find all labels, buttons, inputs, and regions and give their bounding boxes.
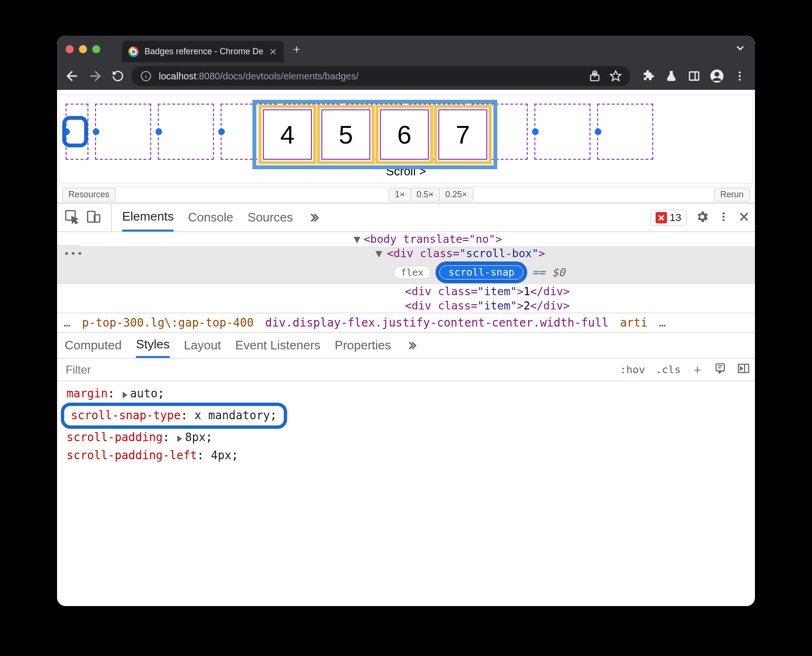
- extensions-icon[interactable]: [639, 67, 658, 86]
- hov-toggle[interactable]: :hov: [620, 364, 645, 376]
- crumb-item[interactable]: p-top-300.lg\:gap-top-400: [82, 316, 253, 329]
- tab-sources[interactable]: Sources: [248, 203, 293, 232]
- css-declaration-highlighted[interactable]: scroll-snap-type: x mandatory;: [61, 403, 755, 429]
- toolbar-right: [639, 67, 749, 86]
- snap-target: 6: [376, 105, 433, 164]
- scroll-snap-type-ring: scroll-snap-type: x mandatory;: [61, 403, 287, 429]
- share-icon[interactable]: [589, 70, 601, 82]
- zoom-level[interactable]: 0.25×: [439, 188, 474, 202]
- dom-node[interactable]: <div class="item">1</div>: [57, 284, 755, 299]
- back-button[interactable]: [63, 67, 82, 86]
- css-rules-pane[interactable]: margin: auto; scroll-snap-type: x mandat…: [57, 381, 755, 464]
- css-declaration[interactable]: scroll-padding: 8px;: [67, 429, 755, 446]
- devtools: Elements Console Sources 13: [57, 203, 755, 464]
- tab-console[interactable]: Console: [188, 203, 233, 232]
- svg-point-5: [739, 71, 741, 73]
- filter-row: :hov .cls ＋: [57, 358, 755, 381]
- filter-input[interactable]: [62, 363, 620, 376]
- subtab-styles[interactable]: Styles: [136, 333, 170, 358]
- snap-dot-icon: [218, 128, 225, 135]
- bookmark-star-icon[interactable]: [609, 70, 622, 82]
- zoom-level[interactable]: 1×: [389, 188, 411, 202]
- cls-toggle[interactable]: .cls: [656, 364, 681, 376]
- tabs-overflow-icon[interactable]: [734, 42, 746, 56]
- subtab-properties[interactable]: Properties: [335, 333, 391, 358]
- close-devtools-icon[interactable]: [738, 211, 750, 225]
- crumb-more-right[interactable]: …: [659, 316, 666, 329]
- info-icon: [140, 70, 152, 82]
- error-count-badge[interactable]: 13: [650, 210, 686, 226]
- scroll-item: [158, 104, 214, 160]
- browser-window: Badges reference - Chrome De ✕ ＋ localho…: [57, 36, 755, 606]
- reload-button[interactable]: [108, 67, 127, 86]
- devtools-header-right: 13: [650, 210, 750, 226]
- scroll-snap-badge[interactable]: scroll-snap: [440, 266, 523, 279]
- subtabs-more-icon[interactable]: [406, 333, 417, 358]
- dom-ellipsis[interactable]: •••: [57, 245, 80, 262]
- svg-rect-2: [689, 72, 699, 80]
- svg-rect-15: [738, 364, 749, 372]
- filter-right: :hov .cls ＋: [620, 361, 750, 378]
- scroll-demo: 4 5 6 7 Scroll >: [59, 95, 753, 183]
- toggle-sidebar-icon[interactable]: [737, 362, 750, 377]
- resources-button[interactable]: Resources: [62, 188, 116, 202]
- subtab-computed[interactable]: Computed: [65, 333, 122, 358]
- dom-node[interactable]: ▼ <body translate="no">: [57, 232, 755, 246]
- labs-icon[interactable]: [662, 67, 681, 86]
- dom-node[interactable]: <div class="item">2</div>: [57, 299, 755, 313]
- dom-tree[interactable]: ▼ <body translate="no"> ▼ <div class="sc…: [57, 232, 755, 313]
- panel-icon[interactable]: [685, 67, 704, 86]
- devtools-header: Elements Console Sources 13: [57, 203, 755, 232]
- breadcrumb[interactable]: … p-top-300.lg\:gap-top-400 div.display-…: [57, 313, 755, 333]
- devtools-tabs: Elements Console Sources: [122, 203, 319, 232]
- dom-badges-row: flex scroll-snap == $0: [57, 260, 755, 284]
- forward-button[interactable]: [86, 67, 105, 86]
- tab-elements[interactable]: Elements: [122, 203, 174, 232]
- browser-tab[interactable]: Badges reference - Chrome De ✕: [122, 41, 284, 62]
- subtab-layout[interactable]: Layout: [184, 333, 221, 358]
- crumb-more-left[interactable]: …: [64, 316, 70, 329]
- address-bar[interactable]: localhost:8080/docs/devtools/elements/ba…: [131, 66, 630, 86]
- settings-gear-icon[interactable]: [695, 210, 709, 226]
- new-tab-button[interactable]: ＋: [289, 41, 305, 57]
- inspect-element-icon[interactable]: [64, 209, 80, 227]
- css-declaration[interactable]: scroll-padding-left: 4px;: [67, 447, 755, 464]
- tab-title: Badges reference - Chrome De: [145, 47, 263, 57]
- demo-footer-bar: Resources 1× 0.5× 0.25× Rerun: [59, 186, 753, 203]
- close-tab-icon[interactable]: ✕: [269, 46, 277, 58]
- snap-target: 4: [259, 105, 316, 164]
- crumb-item[interactable]: arti: [620, 316, 648, 329]
- dom-node-selected[interactable]: ▼ <div class="scroll-box">: [57, 246, 755, 260]
- svg-point-11: [723, 212, 725, 214]
- url-text: localhost:8080/docs/devtools/elements/ba…: [159, 71, 358, 82]
- more-vert-icon[interactable]: [718, 210, 729, 226]
- subtab-event-listeners[interactable]: Event Listeners: [235, 333, 320, 358]
- profile-icon[interactable]: [707, 67, 726, 86]
- zoom-level[interactable]: 0.5×: [410, 188, 440, 202]
- scroll-snap-badge-ring: scroll-snap: [435, 261, 527, 283]
- device-toggle-icon[interactable]: [86, 209, 102, 227]
- svg-point-7: [739, 78, 741, 80]
- snap-target: 5: [317, 105, 375, 164]
- flex-badge[interactable]: flex: [394, 266, 431, 279]
- snap-dot-icon: [155, 128, 162, 135]
- error-count: 13: [670, 212, 681, 224]
- rerun-button[interactable]: Rerun: [714, 188, 750, 202]
- new-rule-icon[interactable]: ＋: [691, 361, 704, 378]
- expand-icon[interactable]: [123, 392, 127, 398]
- menu-icon[interactable]: [730, 67, 749, 86]
- format-icon[interactable]: [714, 362, 726, 377]
- zoom-window-button[interactable]: [92, 45, 100, 53]
- minimize-window-button[interactable]: [79, 45, 87, 53]
- svg-point-6: [739, 75, 741, 77]
- error-icon: [656, 212, 667, 223]
- expand-icon[interactable]: [177, 435, 182, 442]
- close-window-button[interactable]: [66, 45, 74, 53]
- scroll-items: 4 5 6 7: [60, 104, 752, 160]
- crumb-item[interactable]: div.display-flex.justify-content-center.…: [265, 316, 609, 329]
- styles-subtabs: Computed Styles Layout Event Listeners P…: [57, 333, 755, 358]
- css-declaration[interactable]: margin: auto;: [67, 385, 755, 403]
- snap-dot-icon: [532, 128, 539, 135]
- snap-dot-icon: [595, 128, 601, 135]
- tabs-more-icon[interactable]: [307, 203, 319, 232]
